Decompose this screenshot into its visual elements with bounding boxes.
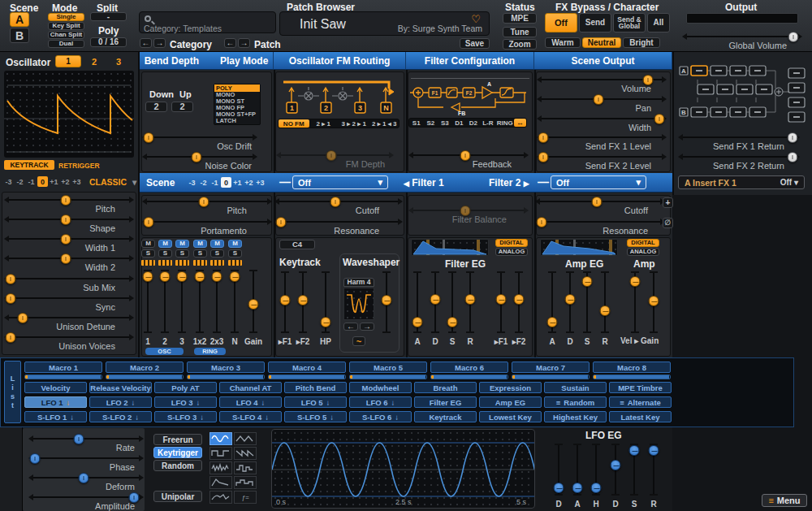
octave-minus2[interactable]: -2 xyxy=(15,176,25,187)
config-s3[interactable]: S3 xyxy=(438,119,452,127)
slider-handle[interactable] xyxy=(212,271,222,282)
slider-handle[interactable] xyxy=(73,434,84,444)
mod-lfo1-selected[interactable]: LFO 1↓ xyxy=(24,396,87,408)
slider-handle[interactable] xyxy=(649,296,659,306)
waveshaper-analyse-button[interactable]: ~ xyxy=(352,336,365,346)
macro-6-value-bar[interactable] xyxy=(430,375,508,379)
osc-submix-slider[interactable]: Sub Mix xyxy=(8,273,130,292)
unison-detune-slider[interactable]: Unison Detune xyxy=(8,312,130,331)
macro-3-value-bar[interactable] xyxy=(187,375,265,379)
slider-handle[interactable] xyxy=(430,294,441,305)
mute-ring12-button[interactable]: M xyxy=(193,240,207,248)
config-s2[interactable]: S2 xyxy=(424,119,438,127)
scene-a-button[interactable]: A xyxy=(10,12,29,27)
lfo-shape-formula[interactable]: ƒ= xyxy=(234,491,257,504)
solo-3-button[interactable]: S xyxy=(175,249,189,258)
filter2-resonance-slider[interactable]: Resonance xyxy=(539,216,661,236)
poly-count[interactable]: 0 / 16 xyxy=(90,37,127,47)
slider-handle[interactable] xyxy=(565,294,576,305)
slider-handle[interactable] xyxy=(321,317,331,327)
status-tune-button[interactable]: Tune xyxy=(503,27,537,37)
slider-handle[interactable] xyxy=(460,150,470,161)
macro-6-button[interactable]: Macro 6 xyxy=(430,362,508,373)
fm-route-2to1[interactable]: 2 ▸ 1 xyxy=(309,119,339,128)
slider-handle[interactable] xyxy=(654,114,664,124)
slider-track[interactable] xyxy=(682,136,796,138)
mod-release-velocity[interactable]: Release Velocity xyxy=(89,382,152,393)
noise-color-slider[interactable]: Noise Color xyxy=(146,151,253,171)
keytrack-f1-slider[interactable]: ▸F1 xyxy=(278,270,292,346)
mixer-ring12-fader[interactable]: 1x2 xyxy=(192,268,207,346)
status-zoom-button[interactable]: Zoom xyxy=(503,39,537,50)
mode-chansplit-button[interactable]: Chan Split xyxy=(48,31,84,39)
bend-down-value[interactable]: 2 xyxy=(145,102,167,112)
amp-eg-analog-button[interactable]: ANALOG xyxy=(627,248,659,256)
config-d1[interactable]: D1 xyxy=(452,119,467,127)
menu-lines-icon[interactable]: ≡ xyxy=(620,398,624,407)
waveshaper-next-button[interactable]: → xyxy=(360,323,374,331)
mod-lfo3[interactable]: LFO 3↓ xyxy=(154,396,217,408)
slider-handle[interactable] xyxy=(600,305,611,316)
slider-handle[interactable] xyxy=(60,234,71,245)
slider-handle[interactable] xyxy=(6,332,16,343)
lfo-eg-decay-slider[interactable]: D xyxy=(608,442,623,509)
category-next-button[interactable]: → xyxy=(153,38,166,48)
insert-fx-slot[interactable]: A Insert FX 1 Off ▾ xyxy=(678,175,805,189)
lfo-shape-triangle[interactable] xyxy=(234,432,257,445)
slider-handle[interactable] xyxy=(629,445,640,456)
fx-bypass-all-button[interactable]: All xyxy=(647,13,670,32)
mute-ring23-button[interactable]: M xyxy=(210,240,224,248)
status-mpe-button[interactable]: MPE xyxy=(503,13,537,24)
slider-handle[interactable] xyxy=(60,253,71,264)
slider-track[interactable] xyxy=(146,136,253,138)
config-d2[interactable]: D2 xyxy=(466,119,481,127)
slider-handle[interactable] xyxy=(326,150,337,161)
slider-handle[interactable] xyxy=(195,271,205,282)
mod-lowest-key[interactable]: Lowest Key xyxy=(479,411,542,422)
vel-to-gain-slider[interactable] xyxy=(628,270,642,346)
mod-modwheel[interactable]: Modwheel xyxy=(349,382,412,393)
down-arrow-icon[interactable]: ↓ xyxy=(67,398,71,407)
macro-2-button[interactable]: Macro 2 xyxy=(106,362,184,373)
slider-handle[interactable] xyxy=(649,445,659,456)
osc-tab-1[interactable]: 1 xyxy=(55,55,81,67)
osc-width1-slider[interactable]: Width 1 xyxy=(8,233,130,253)
down-arrow-icon[interactable]: ↓ xyxy=(395,413,399,422)
macro-2-value-bar[interactable] xyxy=(106,375,184,379)
slider-track[interactable] xyxy=(541,136,663,138)
scene-octave-plus2[interactable]: +2 xyxy=(244,177,254,188)
down-arrow-icon[interactable]: ↓ xyxy=(135,413,139,422)
slider-track[interactable] xyxy=(8,278,130,279)
lfo-eg-attack-slider[interactable]: A xyxy=(570,442,585,509)
macro-7-button[interactable]: Macro 7 xyxy=(512,362,590,373)
waveshaper-prev-button[interactable]: ← xyxy=(343,323,358,331)
menu-lines-icon[interactable]: ≡ xyxy=(556,398,561,407)
mute-2-button[interactable]: M xyxy=(158,240,172,248)
lfo-shape-sine[interactable] xyxy=(209,432,232,445)
fm-depth-slider[interactable]: FM Depth xyxy=(280,149,390,169)
slider-handle[interactable] xyxy=(514,294,525,305)
mod-latest-key[interactable]: Latest Key xyxy=(609,411,672,422)
amp-eg-sustain-slider[interactable]: S xyxy=(580,270,594,346)
mod-slfo6[interactable]: S-LFO 6↓ xyxy=(349,411,412,422)
slider-handle[interactable] xyxy=(382,295,392,305)
scene-octave-minus1[interactable]: -1 xyxy=(209,177,220,188)
lfo-amplitude-slider[interactable]: Amplitude xyxy=(32,492,140,511)
mod-lfo5[interactable]: LFO 5↓ xyxy=(284,396,347,408)
mod-velocity[interactable]: Velocity xyxy=(24,382,87,393)
slider-handle[interactable] xyxy=(547,317,558,327)
octave-plus2[interactable]: +2 xyxy=(60,176,71,187)
split-point-value[interactable]: - xyxy=(90,12,127,21)
patch-name[interactable]: Init Saw xyxy=(300,17,346,32)
octave-minus1[interactable]: -1 xyxy=(26,176,37,187)
slider-handle[interactable] xyxy=(788,32,799,42)
down-arrow-icon[interactable]: ↓ xyxy=(391,398,395,407)
slider-handle[interactable] xyxy=(538,132,549,143)
category-nav-label[interactable]: Category xyxy=(170,39,212,50)
bend-up-value[interactable]: 2 xyxy=(171,102,193,112)
slider-handle[interactable] xyxy=(611,460,621,470)
mod-amp-eg[interactable]: Amp EG xyxy=(479,396,542,408)
mixer-noise-fader[interactable]: N xyxy=(227,268,242,346)
mixer-osc1-fader[interactable]: 1 xyxy=(140,268,155,346)
mod-highest-key[interactable]: Highest Key xyxy=(544,411,607,422)
